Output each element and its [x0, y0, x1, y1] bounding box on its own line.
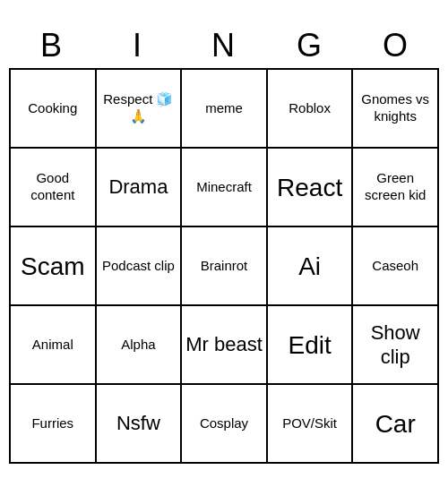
bingo-cell: Caseoh — [353, 227, 439, 306]
bingo-cell: Good content — [11, 149, 97, 227]
bingo-cell: Animal — [11, 306, 97, 385]
bingo-cell: Minecraft — [182, 149, 268, 227]
bingo-cell: Brainrot — [182, 227, 268, 306]
bingo-grid: CookingRespect 🧊🙏memeRobloxGnomes vs kni… — [9, 68, 439, 464]
bingo-header: BINGO — [9, 23, 439, 68]
bingo-cell: Alpha — [97, 306, 183, 385]
bingo-cell: Car — [353, 385, 439, 464]
bingo-cell: meme — [182, 70, 268, 149]
bingo-cell: Ai — [268, 227, 354, 306]
bingo-cell: Nsfw — [97, 385, 183, 464]
bingo-cell: Roblox — [268, 70, 354, 149]
header-letter: I — [95, 23, 181, 68]
bingo-cell: Furries — [11, 385, 97, 464]
bingo-cell: Cosplay — [182, 385, 268, 464]
bingo-cell: POV/Skit — [268, 385, 354, 464]
bingo-cell: React — [268, 149, 354, 227]
bingo-cell: Drama — [97, 149, 183, 227]
bingo-cell: Podcast clip — [97, 227, 183, 306]
bingo-cell: Edit — [268, 306, 354, 385]
header-letter: G — [267, 23, 353, 68]
header-letter: O — [353, 23, 439, 68]
bingo-cell: Cooking — [11, 70, 97, 149]
bingo-cell: Scam — [11, 227, 97, 306]
bingo-cell: Show clip — [353, 306, 439, 385]
bingo-cell: Green screen kid — [353, 149, 439, 227]
bingo-cell: Mr beast — [182, 306, 268, 385]
header-letter: B — [9, 23, 95, 68]
header-letter: N — [181, 23, 267, 68]
bingo-cell: Respect 🧊🙏 — [97, 70, 183, 149]
bingo-card: BINGO CookingRespect 🧊🙏memeRobloxGnomes … — [9, 23, 439, 464]
bingo-cell: Gnomes vs knights — [353, 70, 439, 149]
